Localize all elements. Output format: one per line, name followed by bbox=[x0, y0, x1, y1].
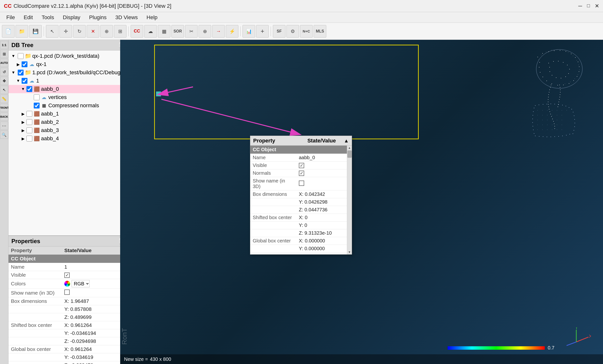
tb-settings-btn[interactable]: ⚙ bbox=[286, 25, 299, 38]
popup-shifted-z-row: Z: 9.31323e-10 bbox=[250, 229, 347, 237]
arrow-qx1[interactable]: ▶ bbox=[16, 62, 21, 67]
minimize-btn[interactable]: ─ bbox=[578, 3, 582, 9]
tb-rotate-btn[interactable]: ↻ bbox=[73, 25, 86, 38]
tb-nc-btn[interactable]: N+C bbox=[300, 25, 313, 38]
tb-subsample-btn[interactable]: ⊞ bbox=[114, 25, 127, 38]
close-btn[interactable]: ✕ bbox=[595, 3, 599, 9]
tb-sep3 bbox=[240, 26, 241, 36]
tb-mls-btn[interactable]: MLS bbox=[314, 25, 326, 38]
tree-item-aabb0[interactable]: ▼ 🟫 aabb_0 bbox=[9, 85, 122, 93]
tb-translate-btn[interactable]: ✛ bbox=[59, 25, 72, 38]
tool-measure[interactable]: 📏 bbox=[0, 95, 8, 103]
svg-rect-133 bbox=[557, 120, 557, 120]
popup-scroll-down[interactable]: ▼ bbox=[348, 250, 351, 254]
showname-checkbox[interactable] bbox=[64, 289, 70, 295]
menu-item-file[interactable]: File bbox=[2, 13, 19, 22]
tb-lightning-btn[interactable]: ⚡ bbox=[226, 25, 238, 38]
tb-open-btn[interactable]: 📁 bbox=[15, 25, 28, 38]
tree-item-aabb1[interactable]: ▶ 🟫 aabb_1 bbox=[9, 110, 122, 118]
tree-item-vertices[interactable]: ▶ ☁ vertices bbox=[9, 93, 122, 102]
col-property-header: Property bbox=[9, 247, 62, 255]
popup-scrollbar[interactable]: ▲ ▼ bbox=[347, 146, 352, 254]
tree-item-qx1[interactable]: ▶ ☁ qx-1 bbox=[9, 60, 122, 68]
view-3d[interactable]: Property State/Value ▲ CC Object bbox=[120, 40, 603, 364]
cb-aabb1[interactable] bbox=[26, 111, 32, 117]
tb-select-btn[interactable]: ↖ bbox=[46, 25, 58, 38]
tool-zoom-1-1[interactable]: 1:1 bbox=[0, 41, 8, 49]
db-tree-content[interactable]: ▼ 📁 qx-1.pcd (D:/work_test/data) ▶ ☁ bbox=[9, 50, 122, 235]
popup-shifted-z: Z: 9.31323e-10 bbox=[296, 229, 347, 237]
menu-item-plugins[interactable]: Plugins bbox=[85, 13, 111, 22]
menu-item-3dviews[interactable]: 3D Views bbox=[111, 13, 142, 22]
tree-item-1pcd[interactable]: ▼ 📁 1.pcd (D:/work_test/build/qCC/Debug) bbox=[9, 68, 122, 77]
tb-grid-btn[interactable]: ▦ bbox=[158, 25, 170, 38]
cb-1pcd[interactable] bbox=[18, 70, 23, 76]
tree-item-qx1pcd[interactable]: ▼ 📁 qx-1.pcd (D:/work_test/data) bbox=[9, 52, 122, 60]
tool-move[interactable]: ✥ bbox=[0, 77, 8, 85]
tb-cc-btn[interactable]: CC bbox=[131, 25, 143, 38]
arrow-node1[interactable]: ▼ bbox=[16, 79, 21, 83]
tool-rotate[interactable]: ↺ bbox=[0, 68, 8, 76]
tool-search[interactable]: 🔍 bbox=[0, 131, 8, 139]
tree-item-aabb3[interactable]: ▶ 🟫 aabb_3 bbox=[9, 126, 122, 135]
cb-aabb0[interactable] bbox=[26, 86, 32, 92]
tool-auto[interactable]: AUTO bbox=[0, 59, 8, 67]
arrow-aabb0[interactable]: ▼ bbox=[21, 87, 25, 91]
colors-select[interactable]: RGB bbox=[72, 280, 90, 287]
popup-scroll-up[interactable]: ▲ bbox=[348, 146, 351, 150]
tb-target-btn[interactable]: ⊕ bbox=[198, 25, 211, 38]
cb-aabb4[interactable] bbox=[26, 136, 32, 141]
tb-chart-btn[interactable]: 📊 bbox=[243, 25, 255, 38]
tool-front[interactable]: FRONT bbox=[0, 104, 8, 112]
tree-item-node1[interactable]: ▼ ☁ 1 bbox=[9, 77, 122, 85]
tb-sep4 bbox=[271, 26, 271, 36]
cb-aabb3[interactable] bbox=[26, 127, 32, 133]
popup-normals-cb[interactable] bbox=[299, 171, 304, 176]
svg-rect-43 bbox=[548, 102, 548, 102]
menu-item-help[interactable]: Help bbox=[142, 13, 162, 22]
tb-scissors-btn[interactable]: ✂ bbox=[185, 25, 197, 38]
tb-arrow-btn[interactable]: → bbox=[212, 25, 225, 38]
svg-rect-128 bbox=[562, 115, 562, 115]
tb-plus-btn[interactable]: + bbox=[256, 25, 269, 38]
popup-showname-cb[interactable] bbox=[299, 181, 304, 186]
popup-scroll-thumb[interactable] bbox=[347, 150, 352, 158]
arrow-1pcd[interactable]: ▼ bbox=[11, 70, 16, 75]
menu-item-display[interactable]: Display bbox=[58, 13, 85, 22]
tb-new-btn[interactable]: 📄 bbox=[2, 25, 15, 38]
cb-qx1[interactable] bbox=[22, 61, 27, 67]
arrow-aabb4[interactable]: ▶ bbox=[21, 136, 25, 141]
cb-vertices[interactable] bbox=[34, 94, 40, 100]
popup-scroll-up-arrow[interactable]: ▲ bbox=[344, 138, 349, 144]
tool-zoom-fit[interactable]: ⊞ bbox=[0, 50, 8, 58]
cb-node1[interactable] bbox=[22, 78, 27, 84]
tb-merge-btn[interactable]: ⊕ bbox=[100, 25, 113, 38]
popup-visible-cb[interactable] bbox=[299, 163, 304, 168]
tree-item-normals[interactable]: ▶ ▦ Compressed normals bbox=[9, 102, 122, 110]
tb-delete-btn[interactable]: ✕ bbox=[87, 25, 99, 38]
arrow-aabb1[interactable]: ▶ bbox=[21, 112, 25, 116]
tool-pick[interactable]: ↖ bbox=[0, 86, 8, 94]
cb-qx1pcd[interactable] bbox=[18, 53, 23, 59]
tool-back[interactable]: BACK bbox=[0, 113, 8, 121]
tool-dots[interactable]: ⋯ bbox=[0, 122, 8, 130]
tree-item-aabb4[interactable]: ▶ 🟫 aabb_4 bbox=[9, 135, 122, 143]
menu-item-edit[interactable]: Edit bbox=[19, 13, 37, 22]
tb-sor-btn[interactable]: SOR bbox=[171, 25, 184, 38]
prop-globalcenter-y-row: Y: -0.034619 bbox=[9, 353, 122, 361]
tb-cloud-btn[interactable]: ☁ bbox=[144, 25, 157, 38]
arrow-qx1pcd[interactable]: ▼ bbox=[11, 54, 16, 58]
arrow-aabb3[interactable]: ▶ bbox=[21, 128, 25, 133]
menu-item-tools[interactable]: Tools bbox=[37, 13, 58, 22]
visible-checkbox[interactable] bbox=[64, 273, 70, 278]
arrow-aabb2[interactable]: ▶ bbox=[21, 120, 25, 125]
prop-shiftedcenter-y: Y: -0.0346194 bbox=[62, 329, 122, 337]
tb-save-btn[interactable]: 💾 bbox=[29, 25, 42, 38]
tree-item-aabb2[interactable]: ▶ 🟫 aabb_2 bbox=[9, 118, 122, 126]
cb-aabb2[interactable] bbox=[26, 119, 32, 125]
svg-rect-125 bbox=[547, 115, 547, 115]
svg-rect-59 bbox=[560, 94, 560, 95]
tb-sf-btn[interactable]: SF bbox=[273, 25, 286, 38]
cb-normals[interactable] bbox=[34, 103, 40, 108]
maximize-btn[interactable]: □ bbox=[587, 3, 590, 9]
